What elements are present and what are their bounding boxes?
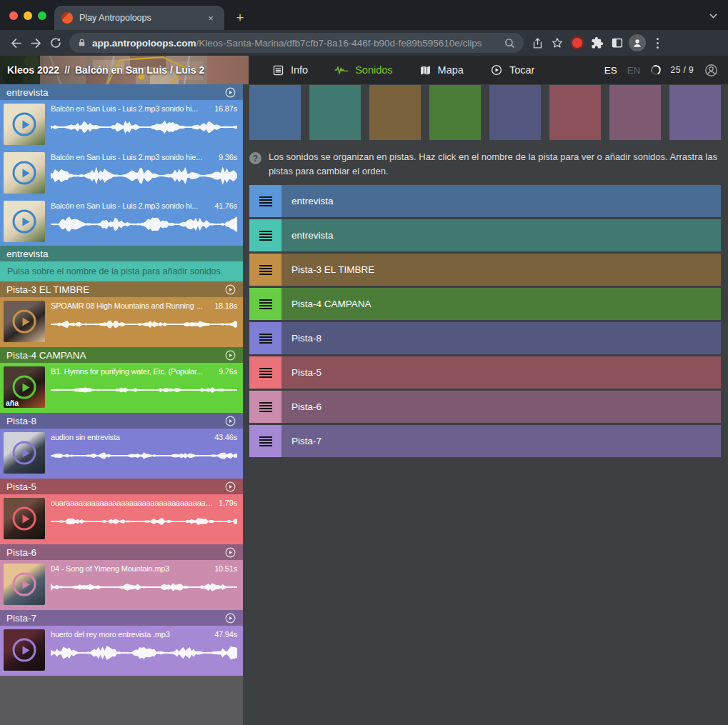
side-panel-button[interactable]	[607, 33, 627, 53]
clip-play-button[interactable]	[13, 573, 36, 596]
track-row-label: entrevista	[291, 196, 334, 206]
track-row[interactable]: Pista-5	[249, 356, 721, 389]
breadcrumb-page: Balcón en San Luis / Luis 2	[75, 64, 204, 76]
nav-item-info[interactable]: Info	[272, 64, 308, 76]
track-drag-handle[interactable]	[249, 356, 281, 389]
clip-thumbnail[interactable]	[4, 201, 45, 242]
track-row-body[interactable]: Pista-6	[281, 391, 721, 423]
sidebar-track-header-pista-3-el-timbre-2[interactable]: Pista-3 EL TIMBRE	[0, 281, 243, 297]
sidebar-track-header-pista-8-4[interactable]: Pista-8	[0, 413, 243, 429]
track-row[interactable]: Pista-8	[249, 322, 721, 354]
sidebar-track-header-pista-7-7[interactable]: Pista-7	[0, 610, 243, 626]
track-drag-handle[interactable]	[249, 391, 281, 423]
clip-thumbnail[interactable]	[4, 432, 45, 474]
zoom-page-icon[interactable]	[504, 37, 516, 49]
browser-tab[interactable]: Play Antropoloops ×	[54, 6, 224, 30]
clip-play-button[interactable]	[13, 113, 36, 136]
track-play-button[interactable]	[224, 284, 236, 296]
track-row-body[interactable]: entrevista	[281, 185, 721, 217]
close-window-button[interactable]	[9, 11, 18, 20]
sidebar-track-header-entrevista-0[interactable]: entrevista	[0, 84, 243, 100]
clip-item[interactable]: audion sin entrevista43.46s	[0, 429, 243, 479]
lang-es-button[interactable]: ES	[604, 65, 617, 76]
nav-item-mapa[interactable]: Mapa	[419, 64, 464, 76]
clip-thumbnail[interactable]: aña	[4, 366, 45, 408]
track-row-body[interactable]: Pista-8	[281, 322, 721, 354]
track-row[interactable]: Pista-4 CAMPANA	[249, 288, 721, 320]
sidebar-track-header-pista-6-6[interactable]: Pista-6	[0, 544, 243, 560]
track-drag-handle[interactable]	[249, 322, 281, 354]
clip-thumbnail[interactable]	[4, 629, 45, 671]
lang-en-button[interactable]: EN	[627, 65, 641, 76]
clip-play-button[interactable]	[13, 507, 36, 531]
bookmark-star-button[interactable]	[547, 33, 567, 53]
nav-item-tocar[interactable]: Tocar	[490, 64, 534, 76]
clip-play-button[interactable]	[13, 161, 36, 185]
forward-button[interactable]	[26, 33, 46, 53]
track-row-body[interactable]: Pista-5	[281, 356, 721, 389]
clip-item[interactable]: Balcón en San Luis - Luis 2.mp3 sonido h…	[0, 100, 243, 149]
tab-search-chevron-icon[interactable]	[709, 11, 717, 18]
track-drag-handle[interactable]	[249, 185, 281, 217]
track-play-button[interactable]	[224, 415, 236, 427]
clip-item[interactable]: SPOAMR 08 High Mountains and Running ...…	[0, 297, 243, 347]
clip-thumbnail[interactable]	[4, 498, 45, 539]
sidebar-track-header-pista-5-5[interactable]: Pista-5	[0, 479, 243, 494]
account-icon[interactable]	[704, 63, 719, 78]
clip-play-button[interactable]	[13, 210, 36, 234]
clip-play-button[interactable]	[13, 441, 36, 465]
clip-thumbnail[interactable]	[4, 104, 45, 145]
clip-item[interactable]: 04 - Song of Yimeng Mountain.mp310.51s	[0, 560, 243, 610]
url-bar[interactable]: app.antropoloops.com/Kleos-Santa-Marina/…	[69, 33, 524, 53]
clip-item[interactable]: Balcón en San Luis - Luis 2.mp3 sonido h…	[0, 197, 243, 246]
clip-item[interactable]: Balcón en San Luis - Luis 2.mp3 sonido h…	[0, 149, 243, 197]
clip-item[interactable]: ouaraaaaaaaaaaaaaaaaaaaaaaaaaaaaaaaaaa..…	[0, 494, 243, 544]
clip-item[interactable]: añaB1. Hymns for purifying water, Etc. (…	[0, 363, 243, 413]
track-row-body[interactable]: Pista-3 EL TIMBRE	[281, 254, 721, 286]
project-map-thumbnail[interactable]: Kleos 2022 // Balcón en San Luis / Luis …	[0, 56, 249, 84]
extensions-button[interactable]	[587, 33, 607, 53]
clip-thumbnail[interactable]	[4, 564, 45, 605]
clip-play-button[interactable]	[13, 639, 36, 662]
clip-play-button[interactable]	[13, 376, 36, 399]
track-row[interactable]: Pista-7	[249, 425, 721, 457]
track-row-body[interactable]: entrevista	[281, 219, 721, 251]
map-icon	[419, 64, 432, 76]
clip-item[interactable]: huerto del rey moro entrevista .mp347.94…	[0, 626, 243, 676]
record-extension-button[interactable]	[567, 33, 587, 53]
nav-item-sonidos[interactable]: Sonidos	[334, 64, 392, 76]
track-row-body[interactable]: Pista-4 CAMPANA	[281, 288, 721, 320]
track-row[interactable]: entrevista	[249, 185, 721, 217]
zoom-window-button[interactable]	[38, 11, 46, 20]
track-play-button[interactable]	[224, 86, 236, 99]
browser-toolbar: app.antropoloops.com/Kleos-Santa-Marina/…	[0, 30, 728, 56]
sidebar-track-header-pista-4-campana-3[interactable]: Pista-4 CAMPANA	[0, 347, 243, 363]
clip-thumbnail[interactable]	[4, 301, 45, 342]
tab-close-icon[interactable]: ×	[204, 13, 217, 24]
new-tab-button[interactable]: +	[230, 8, 250, 28]
share-button[interactable]	[527, 33, 547, 53]
profile-button[interactable]	[627, 33, 647, 53]
minimize-window-button[interactable]	[24, 11, 32, 20]
tab-favicon-icon	[61, 12, 73, 24]
track-drag-handle[interactable]	[249, 254, 281, 286]
track-drag-handle[interactable]	[249, 219, 281, 251]
track-play-button[interactable]	[224, 481, 236, 493]
track-play-button[interactable]	[224, 349, 236, 361]
menu-button[interactable]	[647, 33, 667, 53]
track-row-label: Pista-8	[291, 333, 321, 344]
clip-thumbnail[interactable]	[4, 152, 45, 194]
track-row[interactable]: Pista-3 EL TIMBRE	[249, 254, 721, 286]
clip-play-button[interactable]	[13, 310, 36, 334]
track-drag-handle[interactable]	[249, 425, 281, 457]
track-play-button[interactable]	[224, 546, 236, 559]
track-row-body[interactable]: Pista-7	[281, 425, 721, 457]
back-button[interactable]	[6, 33, 26, 53]
track-row[interactable]: Pista-6	[249, 391, 721, 423]
help-icon[interactable]: ?	[249, 152, 261, 164]
track-play-button[interactable]	[224, 612, 236, 624]
track-row[interactable]: entrevista	[249, 219, 721, 251]
track-drag-handle[interactable]	[249, 288, 281, 320]
reload-button[interactable]	[46, 33, 66, 53]
sidebar-track-header-entrevista-1[interactable]: entrevista	[0, 246, 243, 261]
